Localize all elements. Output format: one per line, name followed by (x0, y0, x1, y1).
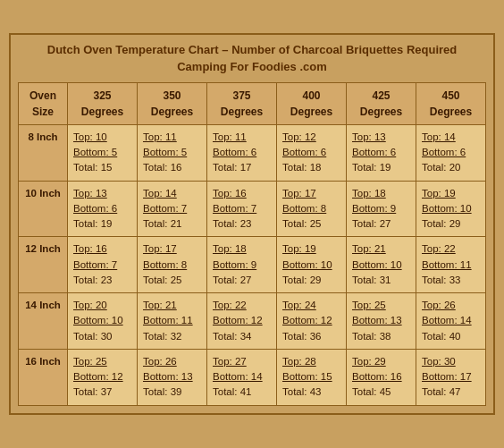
cell-bottom: Bottom: 8 (143, 258, 201, 273)
cell-3-2: Top: 22Bottom: 12Total: 34 (207, 293, 277, 350)
temperature-table: Oven Size 325 Degrees 350 Degrees 375 De… (18, 82, 486, 406)
cell-1-2: Top: 16Bottom: 7Total: 23 (207, 181, 277, 237)
cell-3-4: Top: 25Bottom: 13Total: 38 (347, 293, 416, 350)
cell-bottom: Bottom: 14 (422, 313, 480, 328)
cell-top: Top: 25 (352, 298, 410, 313)
cell-4-1: Top: 26Bottom: 13Total: 39 (138, 349, 207, 405)
cell-2-1: Top: 17Bottom: 8Total: 25 (138, 237, 207, 293)
cell-top: Top: 13 (73, 186, 131, 201)
header-oven-size: Oven Size (19, 82, 68, 124)
cell-top: Top: 19 (282, 241, 340, 257)
row-size-3: 14 Inch (19, 293, 68, 350)
chart-title: Dutch Oven Temperature Chart – Number of… (18, 42, 486, 74)
cell-3-1: Top: 21Bottom: 11Total: 32 (138, 293, 207, 350)
cell-total: Total: 25 (143, 273, 201, 288)
cell-0-4: Top: 13Bottom: 6Total: 19 (347, 124, 416, 181)
row-size-0: 8 Inch (19, 124, 68, 181)
cell-total: Total: 47 (422, 385, 480, 400)
cell-bottom: Bottom: 6 (422, 145, 480, 160)
cell-top: Top: 22 (213, 298, 271, 313)
cell-bottom: Bottom: 5 (143, 145, 201, 160)
cell-bottom: Bottom: 16 (352, 369, 410, 385)
cell-bottom: Bottom: 17 (422, 369, 480, 385)
cell-total: Total: 36 (282, 329, 340, 344)
cell-1-4: Top: 18Bottom: 9Total: 27 (347, 181, 416, 237)
cell-1-5: Top: 19Bottom: 10Total: 29 (416, 181, 486, 237)
cell-0-0: Top: 10Bottom: 5Total: 15 (68, 124, 138, 181)
cell-total: Total: 41 (213, 385, 271, 400)
cell-top: Top: 21 (352, 241, 410, 257)
cell-top: Top: 26 (422, 298, 480, 313)
cell-total: Total: 38 (352, 329, 410, 344)
cell-bottom: Bottom: 5 (73, 145, 131, 160)
cell-1-1: Top: 14Bottom: 7Total: 21 (138, 181, 207, 237)
cell-top: Top: 21 (143, 298, 201, 313)
cell-0-5: Top: 14Bottom: 6Total: 20 (416, 124, 486, 181)
cell-top: Top: 18 (213, 241, 271, 257)
cell-top: Top: 28 (282, 354, 340, 369)
cell-total: Total: 23 (73, 273, 131, 288)
cell-top: Top: 27 (213, 354, 271, 369)
cell-top: Top: 11 (143, 130, 201, 145)
header-col-2: 375 Degrees (207, 82, 277, 124)
cell-top: Top: 13 (352, 130, 410, 145)
cell-3-0: Top: 20Bottom: 10Total: 30 (68, 293, 138, 350)
cell-total: Total: 21 (143, 216, 201, 232)
cell-bottom: Bottom: 11 (422, 258, 480, 273)
cell-total: Total: 27 (352, 216, 410, 232)
cell-top: Top: 16 (213, 186, 271, 201)
cell-bottom: Bottom: 9 (352, 201, 410, 216)
cell-bottom: Bottom: 6 (352, 145, 410, 160)
cell-total: Total: 27 (213, 273, 271, 288)
cell-top: Top: 14 (143, 186, 201, 201)
row-size-4: 16 Inch (19, 349, 68, 405)
cell-top: Top: 12 (282, 130, 340, 145)
cell-top: Top: 17 (282, 186, 340, 201)
cell-top: Top: 14 (422, 130, 480, 145)
cell-2-3: Top: 19Bottom: 10Total: 29 (277, 237, 347, 293)
cell-4-4: Top: 29Bottom: 16Total: 45 (347, 349, 416, 405)
cell-bottom: Bottom: 12 (282, 313, 340, 328)
cell-top: Top: 19 (422, 186, 480, 201)
cell-4-3: Top: 28Bottom: 15Total: 43 (277, 349, 347, 405)
cell-bottom: Bottom: 14 (213, 369, 271, 385)
cell-4-0: Top: 25Bottom: 12Total: 37 (68, 349, 138, 405)
cell-top: Top: 30 (422, 354, 480, 369)
header-col-1: 350 Degrees (138, 82, 207, 124)
cell-top: Top: 10 (73, 130, 131, 145)
cell-total: Total: 43 (282, 385, 340, 400)
cell-total: Total: 19 (352, 160, 410, 175)
header-col-0: 325 Degrees (68, 82, 138, 124)
cell-total: Total: 16 (143, 160, 201, 175)
cell-2-5: Top: 22Bottom: 11Total: 33 (416, 237, 486, 293)
cell-bottom: Bottom: 10 (282, 258, 340, 273)
cell-bottom: Bottom: 7 (73, 258, 131, 273)
cell-total: Total: 34 (213, 329, 271, 344)
cell-total: Total: 29 (282, 273, 340, 288)
cell-top: Top: 16 (73, 241, 131, 257)
cell-2-2: Top: 18Bottom: 9Total: 27 (207, 237, 277, 293)
cell-bottom: Bottom: 8 (282, 201, 340, 216)
cell-total: Total: 19 (73, 216, 131, 232)
cell-total: Total: 23 (213, 216, 271, 232)
cell-total: Total: 31 (352, 273, 410, 288)
cell-total: Total: 33 (422, 273, 480, 288)
cell-bottom: Bottom: 6 (73, 201, 131, 216)
cell-top: Top: 25 (73, 354, 131, 369)
header-col-4: 425 Degrees (347, 82, 416, 124)
row-size-1: 10 Inch (19, 181, 68, 237)
cell-top: Top: 29 (352, 354, 410, 369)
cell-bottom: Bottom: 7 (143, 201, 201, 216)
cell-total: Total: 25 (282, 216, 340, 232)
cell-bottom: Bottom: 13 (143, 369, 201, 385)
cell-2-0: Top: 16Bottom: 7Total: 23 (68, 237, 138, 293)
cell-bottom: Bottom: 12 (213, 313, 271, 328)
cell-top: Top: 22 (422, 241, 480, 257)
cell-top: Top: 20 (73, 298, 131, 313)
cell-1-3: Top: 17Bottom: 8Total: 25 (277, 181, 347, 237)
cell-total: Total: 39 (143, 385, 201, 400)
cell-0-3: Top: 12Bottom: 6Total: 18 (277, 124, 347, 181)
cell-bottom: Bottom: 13 (352, 313, 410, 328)
cell-1-0: Top: 13Bottom: 6Total: 19 (68, 181, 138, 237)
cell-top: Top: 18 (352, 186, 410, 201)
